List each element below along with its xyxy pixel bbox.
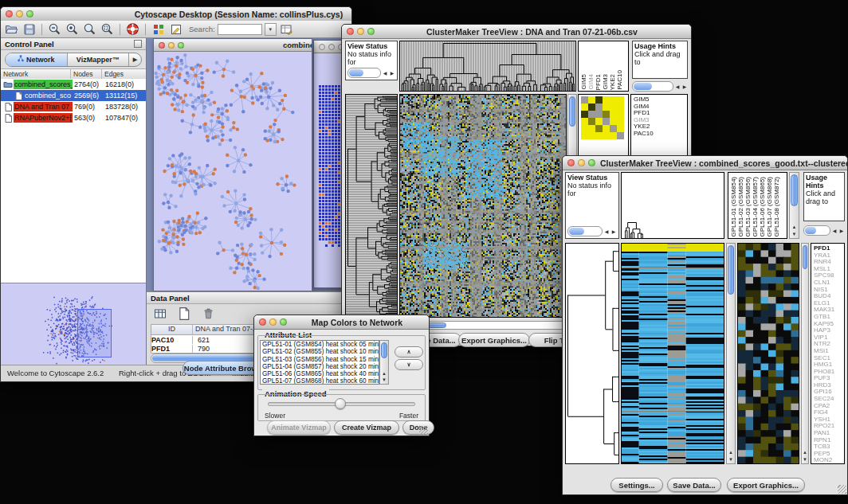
maximize-icon[interactable]: [588, 159, 595, 166]
matrix-cell[interactable]: [617, 96, 624, 104]
tv1-hints-slider[interactable]: ◀▶: [632, 81, 688, 92]
float-panel-icon[interactable]: [134, 40, 142, 48]
network-row[interactable]: DNA and Tran 07769(0)183728(0): [1, 101, 146, 112]
speed-slider-thumb[interactable]: [335, 398, 346, 409]
matrix-cell[interactable]: [603, 132, 610, 139]
maximize-icon[interactable]: [178, 42, 184, 49]
matrix-cell[interactable]: [595, 96, 603, 104]
tv2-zoom-heatmap-pane[interactable]: [737, 243, 799, 464]
matrix-cell[interactable]: [588, 125, 595, 132]
right-arrow-icon[interactable]: ▶: [838, 228, 845, 233]
move-down-button[interactable]: ∨: [395, 359, 423, 370]
matrix-cell[interactable]: [610, 125, 617, 132]
up-arrow-icon[interactable]: ▲: [802, 449, 808, 455]
network-overview-canvas[interactable]: [1, 283, 146, 365]
left-arrow-icon[interactable]: ◀: [831, 228, 838, 233]
tv2-left-dendrogram[interactable]: [566, 244, 618, 463]
attribute-list-vscrollbar[interactable]: ▲ ▼: [379, 340, 389, 385]
scroll-thumb[interactable]: [791, 174, 798, 206]
attribute-item[interactable]: GPL51-07 (GSM868) heat shock 60 min: [261, 377, 379, 385]
down-arrow-icon[interactable]: ▼: [802, 456, 808, 463]
save-icon[interactable]: [22, 22, 37, 37]
minimize-icon[interactable]: [357, 28, 364, 35]
network-row[interactable]: combined_sco2569(6)13112(15): [1, 90, 146, 101]
close-icon[interactable]: [347, 28, 354, 35]
main-titlebar[interactable]: Cytoscape Desktop (Session Name: collins…: [1, 7, 351, 21]
search-input[interactable]: [218, 24, 262, 35]
grid-icon[interactable]: [151, 22, 166, 37]
table-icon[interactable]: [151, 306, 169, 322]
matrix-cell[interactable]: [617, 111, 624, 118]
create-vizmap-button[interactable]: Create Vizmap: [334, 420, 399, 435]
resize-grip[interactable]: [838, 485, 846, 494]
matrix-cell[interactable]: [595, 118, 603, 125]
done-button[interactable]: Done: [402, 420, 434, 435]
close-icon[interactable]: [6, 10, 13, 18]
open-icon[interactable]: [4, 22, 19, 37]
tv2-top-area-pane[interactable]: [621, 172, 724, 239]
up-arrow-icon[interactable]: ▲: [790, 224, 799, 230]
matrix-cell[interactable]: [610, 118, 617, 125]
resize-grip[interactable]: [419, 426, 428, 435]
save-data-button[interactable]: Save Data...: [667, 478, 721, 492]
minimize-icon[interactable]: [269, 318, 277, 326]
matrix-cell[interactable]: [581, 111, 588, 118]
attribute-icon[interactable]: [279, 22, 294, 37]
matrix-cell[interactable]: [588, 132, 595, 139]
attribute-item[interactable]: GPL51-03 (GSM856) heat shock 15 min: [261, 356, 379, 363]
matrix-cell[interactable]: [610, 96, 617, 104]
minimize-icon[interactable]: [328, 44, 335, 50]
attribute-item[interactable]: GPL51-01 (GSM854) heat shock 05 min: [261, 341, 379, 348]
minimize-icon[interactable]: [16, 10, 23, 18]
column-label[interactable]: GPL51-01 (GSM854): [730, 177, 737, 237]
matrix-cell[interactable]: [603, 125, 610, 132]
scroll-thumb[interactable]: [728, 245, 734, 295]
move-up-button[interactable]: ∧: [395, 346, 423, 357]
close-icon[interactable]: [259, 318, 266, 326]
right-arrow-icon[interactable]: ▶: [389, 69, 395, 77]
dialog-titlebar[interactable]: Map Colors to Network: [254, 315, 429, 330]
matrix-cell[interactable]: [610, 132, 617, 139]
column-label[interactable]: GPL51-03 (GSM856): [744, 177, 752, 237]
matrix-cell[interactable]: [581, 96, 588, 104]
matrix-cell[interactable]: [588, 118, 595, 125]
minimize-icon[interactable]: [578, 159, 585, 166]
matrix-cell[interactable]: [603, 104, 610, 111]
column-label[interactable]: GPL51-08 (GSM872): [773, 177, 780, 237]
zoom-out-icon[interactable]: [47, 22, 62, 37]
settings-button[interactable]: Settings...: [610, 478, 663, 492]
row-label[interactable]: PAC10: [634, 131, 687, 138]
tv2-zoom-heatmap-canvas[interactable]: [738, 244, 799, 463]
matrix-cell[interactable]: [581, 118, 588, 125]
matrix-cell[interactable]: [588, 104, 595, 111]
tv2-heatmap-pane[interactable]: [621, 243, 724, 464]
new-doc-icon[interactable]: [175, 306, 193, 322]
column-label[interactable]: GPL51-04 (GSM857): [752, 177, 759, 237]
matrix-cell[interactable]: [603, 118, 610, 125]
tv2-hints-slider[interactable]: ◀▶: [803, 225, 845, 236]
export-graphics-button[interactable]: Export Graphics...: [727, 478, 805, 492]
close-icon[interactable]: [159, 42, 165, 49]
tv2-zoom-vscrollbar[interactable]: ▲ ▼: [801, 243, 809, 464]
trash-icon[interactable]: [199, 306, 217, 322]
matrix-cell[interactable]: [581, 125, 588, 132]
matrix-cell[interactable]: [588, 96, 595, 104]
scroll-thumb[interactable]: [569, 96, 575, 127]
correlation-matrix[interactable]: [581, 96, 624, 139]
tv1-top-dendrogram[interactable]: [400, 41, 575, 91]
tv1-titlebar[interactable]: ClusterMaker TreeView : DNA and Tran 07-…: [342, 25, 691, 39]
matrix-cell[interactable]: [595, 104, 603, 111]
matrix-cell[interactable]: [617, 104, 624, 111]
left-arrow-icon[interactable]: ◀: [382, 69, 388, 77]
left-arrow-icon[interactable]: ◀: [674, 84, 681, 89]
column-label[interactable]: PFD1: [595, 74, 602, 90]
network-view-canvas[interactable]: [154, 52, 310, 290]
tv2-titlebar[interactable]: ClusterMaker TreeView : combined_scores_…: [563, 156, 847, 170]
column-label[interactable]: YKE2: [609, 74, 616, 90]
up-arrow-icon[interactable]: ▲: [727, 449, 735, 455]
column-label[interactable]: PAC10: [616, 70, 623, 90]
tv1-top-dendrogram-pane[interactable]: [399, 41, 576, 92]
frame1-titlebar[interactable]: combined_scores_good.txt--cluste...: [154, 39, 312, 52]
tv2-left-dendrogram-pane[interactable]: [565, 243, 619, 464]
zoom-fit-icon[interactable]: [100, 22, 115, 37]
